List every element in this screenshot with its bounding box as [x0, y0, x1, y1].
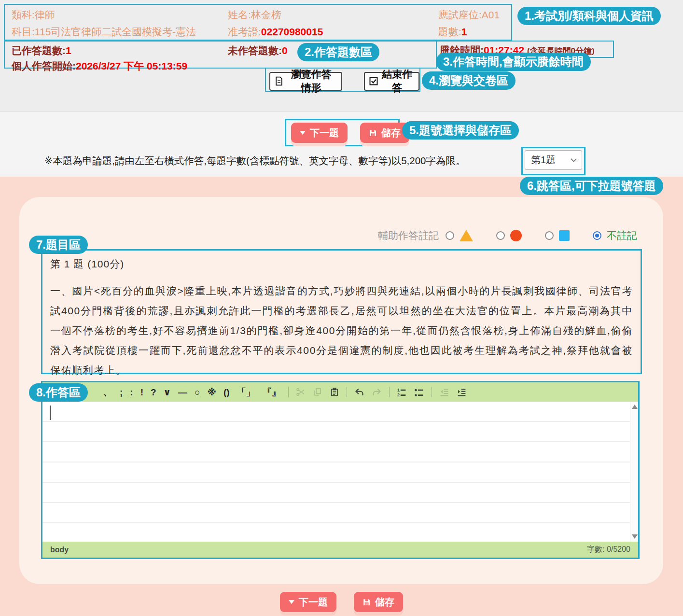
field-seat-value: A01	[482, 9, 500, 20]
radio-circle[interactable]	[496, 231, 505, 240]
floppy-save-icon	[369, 129, 377, 137]
bottom-nav: 下一題 儲存	[0, 592, 683, 612]
field-answered-value: 1	[66, 45, 71, 56]
field-question-count: 題數:1	[438, 25, 511, 39]
finish-exam-button[interactable]: 結束作答	[364, 72, 419, 91]
copy-icon[interactable]	[313, 387, 322, 397]
bullet-list-icon[interactable]	[414, 387, 424, 397]
paste-icon[interactable]	[330, 387, 339, 397]
field-name-label: 姓名:	[228, 9, 251, 20]
field-unanswered-value: 0	[282, 45, 288, 56]
aux-marker-row: 輔助作答註記 不註記	[378, 229, 637, 242]
save-button-bottom[interactable]: 儲存	[354, 592, 403, 612]
undo-icon[interactable]	[354, 387, 364, 397]
field-name-value: 林金榜	[251, 9, 281, 20]
aux-marker-label: 輔助作答註記	[378, 229, 439, 242]
document-icon	[274, 76, 284, 86]
question-jump-value: 第1題	[531, 154, 556, 167]
question-panel: 第 1 題 (100分) 一、國片<死百分的血與淚>隆重上映,本片透過諧音的方式…	[41, 249, 642, 374]
annotation-3: 3.作答時間,會顯示賸餘時間	[436, 53, 591, 71]
editor-status-bar: body 字數: 0/5200	[42, 542, 638, 558]
punct-dun-button[interactable]: 、	[103, 388, 112, 397]
aux-marker-circle-option[interactable]	[496, 230, 522, 241]
word-count: 字數: 0/5200	[587, 545, 630, 555]
next-question-label: 下一題	[310, 126, 339, 140]
radio-square[interactable]	[545, 231, 554, 240]
checkbox-checked-icon	[369, 76, 378, 86]
caret-down-icon	[289, 600, 294, 604]
indent-icon[interactable]	[457, 387, 467, 397]
field-question-count-value: 1	[461, 26, 467, 37]
save-label-bottom: 儲存	[375, 596, 394, 609]
punct-double-corner-quote-button[interactable]: 『』	[263, 388, 281, 397]
question-title: 第 1 題 (100分)	[50, 257, 633, 271]
chevron-down-icon	[571, 156, 577, 162]
field-category-label: 類科:	[12, 9, 35, 20]
next-question-button[interactable]: 下一題	[291, 123, 348, 143]
answer-editor-panel: 、 ; : ! ? ∨ — ○ ※ () 「」 『』 12	[41, 381, 640, 559]
annotation-2: 2.作答題數區	[297, 43, 379, 61]
field-question-count-label: 題數:	[438, 26, 461, 37]
scroll-up-icon[interactable]	[632, 405, 638, 409]
punct-dash-button[interactable]: —	[178, 388, 187, 397]
question-body: 一、國片<死百分的血與淚>隆重上映,本片透過諧音的方式,巧妙將四與死連結,以兩個…	[50, 281, 633, 380]
square-marker-icon	[559, 230, 570, 241]
toolbar-separator	[432, 387, 432, 397]
toolbar-separator	[347, 387, 347, 397]
field-subject-label: 科目:	[12, 26, 35, 37]
annotation-8: 8.作答區	[29, 383, 88, 402]
triangle-marker-icon	[460, 230, 473, 241]
field-admission-value: 02270980015	[261, 26, 323, 37]
browse-submit-panel: 瀏覽作答情形 結束作答	[265, 68, 420, 92]
editor-toolbar: 、 ; : ! ? ∨ — ○ ※ () 「」 『』 12	[42, 382, 638, 402]
circle-marker-icon	[510, 230, 522, 241]
aux-marker-square-option[interactable]	[545, 230, 570, 241]
annotation-4: 4.瀏覽與交卷區	[422, 71, 516, 90]
next-question-label-bottom: 下一題	[299, 596, 328, 609]
scrollbar[interactable]	[630, 402, 638, 542]
next-question-button-bottom[interactable]: 下一題	[280, 592, 336, 612]
annotation-7: 7.題目區	[29, 236, 88, 254]
aux-marker-triangle-option[interactable]	[446, 230, 473, 241]
scroll-down-icon[interactable]	[632, 534, 638, 539]
question-jump-select[interactable]: 第1題	[525, 150, 582, 170]
finish-exam-label: 結束作答	[381, 68, 413, 95]
punct-exclaim-button[interactable]: !	[140, 388, 143, 397]
punct-circle-button[interactable]: ○	[195, 388, 200, 397]
outdent-icon[interactable]	[439, 387, 449, 397]
field-answered: 已作答題數:1	[12, 44, 228, 57]
punct-parens-button[interactable]: ()	[223, 388, 230, 397]
punct-corner-quote-button[interactable]: 「」	[237, 388, 255, 397]
radio-triangle[interactable]	[446, 231, 454, 240]
field-seat-label: 應試座位:	[438, 9, 482, 20]
radio-none-selected[interactable]	[593, 231, 601, 240]
punct-question-button[interactable]: ?	[151, 388, 156, 397]
redo-icon[interactable]	[372, 387, 382, 397]
punct-check-button[interactable]: ∨	[164, 388, 171, 397]
field-admission: 准考證:02270980015	[228, 25, 438, 39]
browse-answers-button[interactable]: 瀏覽作答情形	[269, 72, 342, 91]
answer-text-area[interactable]	[42, 402, 638, 542]
aux-marker-none-label: 不註記	[607, 229, 637, 242]
field-seat: 應試座位:A01	[438, 8, 511, 22]
text-cursor	[50, 406, 51, 420]
field-answered-label: 已作答題數:	[12, 45, 66, 56]
field-unanswered-label: 未作答題數:	[228, 45, 282, 56]
cut-icon[interactable]	[296, 387, 306, 397]
exam-page: 類科:律師 姓名:林金榜 應試座位:A01 科目:115司法官律師二試全國模擬考…	[0, 0, 683, 616]
annotation-5: 5.題號選擇與儲存區	[402, 121, 519, 140]
annotation-1: 1.考試別/類科與個人資訊	[517, 7, 661, 25]
punct-colon-button[interactable]: :	[130, 388, 133, 397]
toolbar-separator	[288, 387, 289, 397]
field-subject-value: 115司法官律師二試全國模擬考-憲法	[35, 26, 196, 37]
toolbar-separator	[389, 387, 390, 397]
editor-element-path: body	[50, 546, 69, 554]
field-name: 姓名:林金榜	[228, 8, 438, 22]
punct-semicolon-button[interactable]: ;	[120, 388, 123, 397]
field-start-time-value: 2026/3/27 下午 05:13:59	[76, 60, 187, 71]
svg-text:2: 2	[397, 392, 400, 397]
candidate-info-panel: 類科:律師 姓名:林金榜 應試座位:A01 科目:115司法官律師二試全國模擬考…	[4, 4, 512, 41]
ordered-list-icon[interactable]: 12	[397, 387, 407, 397]
punct-reference-button[interactable]: ※	[208, 388, 216, 397]
aux-marker-none-option[interactable]: 不註記	[593, 229, 637, 242]
